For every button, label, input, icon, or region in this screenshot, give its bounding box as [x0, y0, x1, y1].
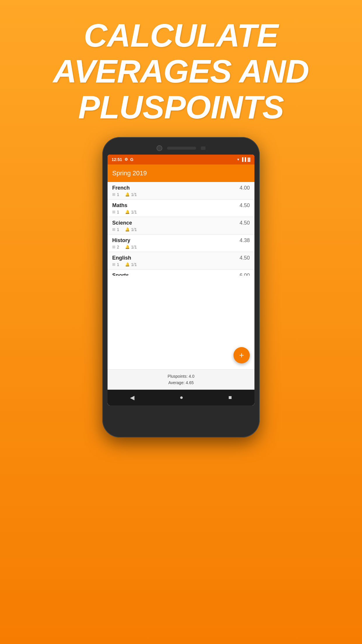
subject-left-sports: Sports ⊞ 1 🔔 1.0 — [112, 272, 137, 276]
status-icons-right: ▾ ▐▐ ▓ — [237, 157, 250, 162]
phone-bottom-bar — [108, 405, 254, 410]
grades-icon-english: ⊞ — [112, 262, 115, 267]
subject-score-science: 4.50 — [240, 220, 250, 226]
weight-icon-english: 🔔 — [125, 262, 130, 267]
google-icon: G — [130, 157, 133, 162]
weight-maths: 🔔 1/1 — [125, 210, 137, 214]
weight-history: 🔔 1/1 — [125, 245, 137, 249]
subject-left-history: History ⊞ 2 🔔 1/1 — [112, 237, 137, 249]
recents-button[interactable]: ■ — [228, 394, 232, 401]
app-bar: Spring 2019 — [108, 164, 254, 182]
battery-icon: ▓ — [248, 157, 250, 162]
subject-meta-maths: ⊞ 1 🔔 1/1 — [112, 210, 137, 214]
subject-item-science[interactable]: Science ⊞ 1 🔔 1/1 4.50 — [108, 217, 254, 235]
subject-name-sports: Sports — [112, 272, 137, 276]
subject-name-science: Science — [112, 220, 137, 226]
home-button[interactable]: ● — [180, 394, 183, 401]
hero-line1: CALCULATE — [53, 18, 309, 53]
grade-count-maths: ⊞ 1 — [112, 210, 119, 214]
hero-line2: AVERAGES AND — [53, 53, 309, 89]
subject-name-history: History — [112, 237, 137, 244]
weight-icon-french: 🔔 — [125, 192, 130, 197]
subject-score-history: 4.38 — [240, 237, 250, 244]
grades-icon-french: ⊞ — [112, 192, 115, 197]
app-bar-title: Spring 2019 — [112, 169, 147, 177]
subject-meta-french: ⊞ 1 🔔 1/1 — [112, 192, 137, 197]
hero-line3: PLUSPOINTS — [53, 89, 309, 125]
subject-meta-history: ⊞ 2 🔔 1/1 — [112, 245, 137, 249]
subject-left-english: English ⊞ 1 🔔 1/1 — [112, 255, 137, 267]
subject-item-sports[interactable]: Sports ⊞ 1 🔔 1.0 6.00 — [108, 270, 254, 276]
phone-mockup: 12:51 ⚙ G ▾ ▐▐ ▓ Spring 2019 French — [99, 137, 263, 644]
grade-count-french: ⊞ 1 — [112, 192, 119, 197]
subject-meta-science: ⊞ 1 🔔 1/1 — [112, 227, 137, 232]
grade-count-science: ⊞ 1 — [112, 227, 119, 232]
weight-icon-history: 🔔 — [125, 245, 130, 249]
grades-icon-history: ⊞ — [112, 245, 115, 249]
grades-icon-science: ⊞ — [112, 227, 115, 232]
empty-content-area: + — [108, 276, 254, 369]
weight-english: 🔔 1/1 — [125, 262, 137, 267]
subject-left-science: Science ⊞ 1 🔔 1/1 — [112, 220, 137, 232]
weight-icon-maths: 🔔 — [125, 210, 130, 214]
subject-score-english: 4.50 — [240, 255, 250, 261]
subject-left-french: French ⊞ 1 🔔 1/1 — [112, 185, 137, 197]
bottom-summary: Pluspoints: 4.0 Average: 4.65 — [108, 369, 254, 390]
back-button[interactable]: ◀ — [130, 394, 134, 401]
subject-score-sports: 6.00 — [240, 272, 250, 276]
sensor — [201, 146, 205, 150]
phone-top-bar — [108, 142, 254, 155]
weight-icon-science: 🔔 — [125, 227, 130, 232]
subject-list: French ⊞ 1 🔔 1/1 4.00 — [108, 182, 254, 276]
grade-count-history: ⊞ 2 — [112, 245, 119, 249]
status-time: 12:51 — [112, 157, 122, 162]
average-label: Average: 4.65 — [112, 379, 250, 386]
grades-icon-maths: ⊞ — [112, 210, 115, 214]
status-bar: 12:51 ⚙ G ▾ ▐▐ ▓ — [108, 155, 254, 164]
subject-name-french: French — [112, 185, 137, 191]
wifi-icon: ▾ — [237, 157, 239, 162]
subject-name-maths: Maths — [112, 202, 137, 209]
front-camera — [157, 145, 162, 151]
subject-name-english: English — [112, 255, 137, 261]
subject-left-maths: Maths ⊞ 1 🔔 1/1 — [112, 202, 137, 214]
subject-item-french[interactable]: French ⊞ 1 🔔 1/1 4.00 — [108, 182, 254, 200]
settings-icon: ⚙ — [124, 157, 128, 162]
navigation-bar: ◀ ● ■ — [108, 390, 254, 405]
phone-body: 12:51 ⚙ G ▾ ▐▐ ▓ Spring 2019 French — [102, 137, 260, 438]
phone-screen: 12:51 ⚙ G ▾ ▐▐ ▓ Spring 2019 French — [108, 155, 254, 405]
grade-count-english: ⊞ 1 — [112, 262, 119, 267]
subject-item-maths[interactable]: Maths ⊞ 1 🔔 1/1 4.50 — [108, 200, 254, 217]
hero-heading: CALCULATE AVERAGES AND PLUSPOINTS — [30, 0, 332, 137]
weight-french: 🔔 1/1 — [125, 192, 137, 197]
signal-icon: ▐▐ — [241, 157, 246, 162]
subject-item-english[interactable]: English ⊞ 1 🔔 1/1 4.50 — [108, 252, 254, 270]
subject-score-french: 4.00 — [240, 185, 250, 191]
pluspoints-label: Pluspoints: 4.0 — [112, 373, 250, 379]
subject-meta-english: ⊞ 1 🔔 1/1 — [112, 262, 137, 267]
subject-item-history[interactable]: History ⊞ 2 🔔 1/1 4.38 — [108, 235, 254, 252]
status-left: 12:51 ⚙ G — [112, 157, 133, 162]
weight-science: 🔔 1/1 — [125, 227, 137, 232]
subject-score-maths: 4.50 — [240, 202, 250, 209]
speaker-grille — [167, 147, 196, 150]
add-subject-fab[interactable]: + — [233, 347, 250, 363]
